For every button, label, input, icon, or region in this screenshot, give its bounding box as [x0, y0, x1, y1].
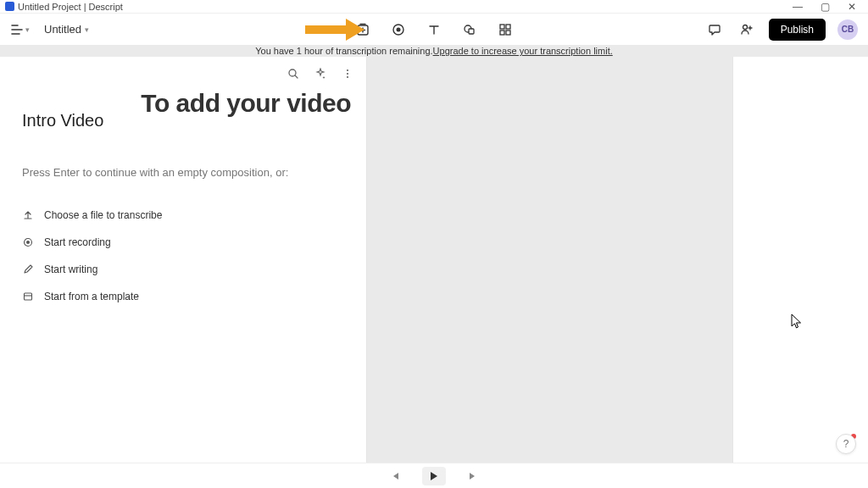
- start-template-option[interactable]: Start from a template: [22, 289, 366, 304]
- skip-forward-icon: [468, 471, 478, 481]
- svg-point-11: [347, 69, 348, 71]
- empty-composition-hint: Press Enter to continue with an empty co…: [0, 130, 366, 179]
- shapes-icon: [463, 23, 476, 36]
- tutorial-heading: To add your video: [141, 89, 351, 118]
- svg-rect-7: [500, 30, 504, 35]
- properties-pane: [733, 57, 868, 463]
- user-avatar[interactable]: CB: [837, 19, 858, 40]
- pencil-icon: [22, 264, 34, 274]
- svg-point-15: [26, 241, 30, 244]
- skip-back-button[interactable]: [383, 467, 407, 485]
- project-selector[interactable]: Untitled ▾: [39, 19, 94, 39]
- help-button[interactable]: ?: [836, 434, 856, 454]
- grid-icon: [499, 24, 511, 36]
- svg-point-13: [347, 76, 348, 78]
- template-icon: [22, 291, 34, 302]
- transcription-notice: You have 1 hour of transcription remaini…: [0, 45, 868, 57]
- add-media-button[interactable]: [353, 19, 373, 40]
- record-button[interactable]: [388, 19, 409, 40]
- svg-point-9: [743, 25, 747, 29]
- search-script-button[interactable]: [287, 67, 300, 80]
- start-writing-option[interactable]: Start writing: [22, 262, 366, 277]
- list-menu-button[interactable]: ▾: [10, 19, 31, 40]
- chevron-down-icon: ▾: [85, 25, 89, 34]
- comments-button[interactable]: [704, 19, 725, 40]
- skip-back-icon: [390, 471, 400, 481]
- window-close[interactable]: ✕: [846, 2, 858, 12]
- upload-icon: [22, 210, 34, 220]
- shapes-tool-button[interactable]: [459, 19, 480, 40]
- svg-rect-5: [500, 25, 504, 29]
- list-icon: [11, 24, 23, 36]
- record-small-icon: [22, 237, 34, 247]
- sparkle-icon: [314, 68, 326, 80]
- choose-file-option[interactable]: Choose a file to transcribe: [22, 208, 366, 223]
- share-person-icon: [740, 23, 754, 36]
- transport-bar: [0, 463, 868, 488]
- share-button[interactable]: [737, 19, 757, 40]
- help-icon: ?: [843, 438, 849, 450]
- record-icon: [392, 23, 405, 36]
- add-media-icon: [356, 23, 370, 36]
- window-title: Untitled Project | Descript: [18, 2, 123, 12]
- option-label: Start from a template: [44, 291, 139, 302]
- chevron-down-icon: ▾: [25, 25, 30, 34]
- option-label: Start writing: [44, 263, 97, 275]
- skip-forward-button[interactable]: [461, 467, 485, 485]
- play-icon: [430, 471, 438, 481]
- ai-actions-button[interactable]: [314, 67, 327, 80]
- text-icon: [427, 23, 441, 36]
- script-pane: To add your video Intro Video Press Ente…: [0, 57, 366, 463]
- window-minimize[interactable]: ―: [792, 2, 804, 12]
- upgrade-link[interactable]: Upgrade to increase your transcription l…: [433, 46, 613, 56]
- play-button[interactable]: [422, 467, 446, 485]
- text-tool-button[interactable]: [424, 19, 444, 40]
- search-icon: [287, 68, 299, 80]
- svg-rect-8: [506, 30, 510, 35]
- project-name: Untitled: [44, 23, 81, 36]
- option-label: Choose a file to transcribe: [44, 209, 162, 221]
- more-script-button[interactable]: [341, 67, 354, 80]
- svg-point-12: [347, 73, 348, 75]
- window-maximize[interactable]: ▢: [819, 2, 831, 12]
- main-toolbar: ▾ Untitled ▾ Publish CB: [0, 14, 868, 45]
- svg-rect-16: [25, 293, 32, 300]
- option-label: Start recording: [44, 236, 111, 248]
- main-area: To add your video Intro Video Press Ente…: [0, 57, 868, 463]
- comment-icon: [708, 23, 721, 36]
- app-icon: [5, 2, 14, 11]
- svg-rect-6: [506, 25, 510, 29]
- grid-tool-button[interactable]: [495, 19, 515, 40]
- start-recording-option[interactable]: Start recording: [22, 235, 366, 250]
- notice-text: You have 1 hour of transcription remaini…: [255, 46, 432, 56]
- svg-point-2: [397, 27, 401, 31]
- publish-button[interactable]: Publish: [769, 19, 826, 41]
- canvas-pane[interactable]: [366, 57, 733, 463]
- more-vertical-icon: [342, 68, 353, 80]
- window-titlebar: Untitled Project | Descript ― ▢ ✕: [0, 0, 868, 14]
- svg-rect-4: [469, 29, 474, 34]
